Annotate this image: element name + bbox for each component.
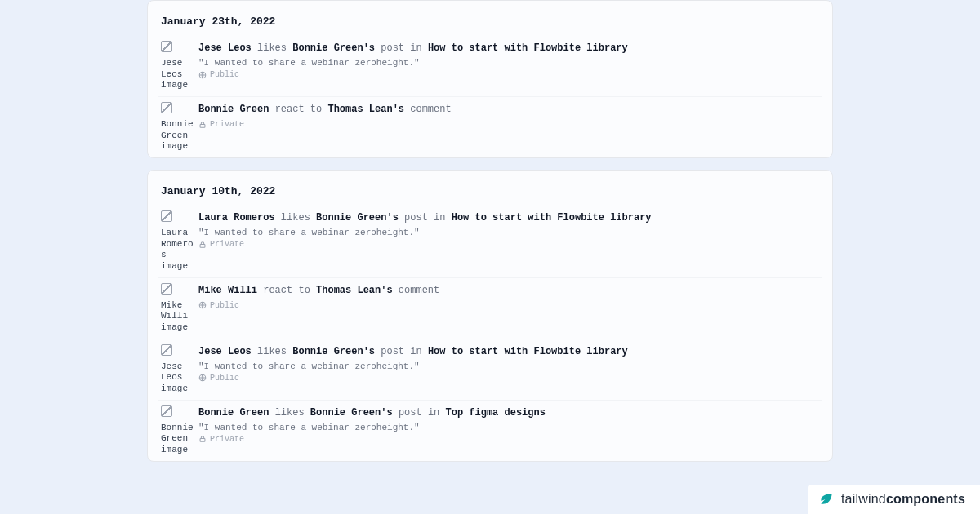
visibility-label: Public bbox=[210, 374, 239, 383]
actor-name[interactable]: Jese Leos bbox=[198, 346, 252, 357]
actor-name[interactable]: Bonnie Green bbox=[198, 407, 269, 419]
avatar-alt-text: Bonnie Green image bbox=[161, 423, 194, 456]
visibility-badge: Public bbox=[198, 70, 239, 79]
broken-image-icon bbox=[161, 405, 172, 417]
activity-group: January 23th, 2022Jese Leos imageJese Le… bbox=[147, 0, 833, 158]
avatar-alt-text: Laura Romeros image bbox=[161, 228, 194, 273]
target-type: comment bbox=[410, 104, 451, 115]
verb-text: likes bbox=[275, 407, 305, 419]
target-owner[interactable]: Thomas Lean's bbox=[316, 285, 393, 296]
avatar[interactable]: Bonnie Green image bbox=[161, 102, 194, 153]
actor-name[interactable]: Bonnie Green bbox=[198, 104, 269, 115]
verb-text: likes bbox=[257, 346, 287, 357]
activity-item[interactable]: Jese Leos imageJese Leos likes Bonnie Gr… bbox=[158, 36, 822, 96]
visibility-badge: Private bbox=[198, 435, 244, 444]
avatar[interactable]: Jese Leos image bbox=[161, 344, 194, 395]
verb-text: react to bbox=[263, 285, 310, 296]
avatar[interactable]: Mike Willi image bbox=[161, 283, 194, 334]
avatar-alt-text: Jese Leos image bbox=[161, 361, 194, 395]
target-type: post in bbox=[381, 42, 421, 54]
activity-item[interactable]: Bonnie Green imageBonnie Green likes Bon… bbox=[158, 400, 822, 461]
target-type: post in bbox=[399, 407, 439, 419]
broken-image-icon bbox=[161, 283, 172, 295]
visibility-label: Private bbox=[210, 240, 244, 249]
quote-text: "I wanted to share a webinar zeroheight.… bbox=[198, 423, 819, 432]
activity-item[interactable]: Jese Leos imageJese Leos likes Bonnie Gr… bbox=[158, 339, 822, 400]
activity-line: Bonnie Green react to Thomas Lean's comm… bbox=[198, 102, 819, 117]
activity-body: Laura Romeros likes Bonnie Green's post … bbox=[194, 210, 819, 252]
lock-icon bbox=[198, 241, 207, 249]
verb-text: react to bbox=[275, 104, 323, 115]
activity-body: Mike Willi react to Thomas Lean's commen… bbox=[194, 283, 819, 313]
activity-group: January 10th, 2022Laura Romeros imageLau… bbox=[147, 170, 833, 462]
target-title[interactable]: How to start with Flowbite library bbox=[452, 212, 652, 224]
target-type: post in bbox=[381, 346, 421, 357]
quote-text: "I wanted to share a webinar zeroheight.… bbox=[198, 228, 819, 237]
activity-line: Mike Willi react to Thomas Lean's commen… bbox=[198, 283, 819, 299]
group-date: January 10th, 2022 bbox=[158, 180, 822, 206]
visibility-badge: Public bbox=[198, 374, 239, 383]
target-owner[interactable]: Bonnie Green's bbox=[316, 212, 399, 224]
svg-rect-2 bbox=[200, 244, 205, 247]
visibility-label: Private bbox=[210, 120, 244, 129]
activity-item[interactable]: Mike Willi imageMike Willi react to Thom… bbox=[158, 277, 822, 339]
svg-rect-5 bbox=[200, 439, 205, 442]
activity-line: Jese Leos likes Bonnie Green's post in H… bbox=[198, 41, 819, 56]
activity-line: Jese Leos likes Bonnie Green's post in H… bbox=[198, 344, 819, 360]
actor-name[interactable]: Laura Romeros bbox=[198, 212, 275, 224]
activity-item[interactable]: Laura Romeros imageLaura Romeros likes B… bbox=[158, 206, 822, 277]
globe-icon bbox=[198, 301, 207, 309]
verb-text: likes bbox=[257, 42, 287, 54]
target-owner[interactable]: Bonnie Green's bbox=[310, 407, 393, 419]
activity-item[interactable]: Bonnie Green imageBonnie Green react to … bbox=[158, 96, 822, 157]
brand-text: tailwindcomponents bbox=[841, 492, 965, 507]
avatar-alt-text: Bonnie Green image bbox=[161, 119, 194, 153]
visibility-label: Public bbox=[210, 301, 239, 310]
activity-body: Jese Leos likes Bonnie Green's post in H… bbox=[194, 344, 819, 386]
visibility-badge: Private bbox=[198, 120, 244, 129]
avatar-alt-text: Mike Willi image bbox=[161, 300, 194, 334]
target-owner[interactable]: Bonnie Green's bbox=[292, 42, 375, 54]
target-type: post in bbox=[404, 212, 445, 224]
svg-rect-1 bbox=[200, 124, 205, 127]
activity-body: Bonnie Green likes Bonnie Green's post i… bbox=[194, 405, 819, 447]
avatar[interactable]: Jese Leos image bbox=[161, 41, 194, 91]
activity-line: Laura Romeros likes Bonnie Green's post … bbox=[198, 210, 819, 226]
visibility-label: Public bbox=[210, 70, 239, 79]
actor-name[interactable]: Jese Leos bbox=[198, 42, 252, 54]
target-title[interactable]: Top figma designs bbox=[446, 407, 546, 419]
broken-image-icon bbox=[161, 344, 172, 356]
visibility-badge: Public bbox=[198, 301, 239, 310]
broken-image-icon bbox=[161, 210, 172, 222]
brand-badge[interactable]: tailwindcomponents bbox=[808, 485, 980, 514]
activity-line: Bonnie Green likes Bonnie Green's post i… bbox=[198, 405, 819, 421]
activity-body: Jese Leos likes Bonnie Green's post in H… bbox=[194, 41, 819, 82]
verb-text: likes bbox=[281, 212, 310, 224]
target-owner[interactable]: Bonnie Green's bbox=[292, 346, 375, 357]
lock-icon bbox=[198, 435, 207, 443]
lock-icon bbox=[198, 121, 207, 129]
target-title[interactable]: How to start with Flowbite library bbox=[428, 346, 628, 357]
actor-name[interactable]: Mike Willi bbox=[198, 285, 257, 296]
quote-text: "I wanted to share a webinar zeroheight.… bbox=[198, 361, 819, 371]
visibility-badge: Private bbox=[198, 240, 244, 249]
target-type: comment bbox=[399, 285, 439, 296]
broken-image-icon bbox=[161, 41, 172, 52]
group-date: January 23th, 2022 bbox=[158, 11, 822, 36]
broken-image-icon bbox=[161, 102, 172, 113]
avatar-alt-text: Jese Leos image bbox=[161, 58, 194, 91]
activity-body: Bonnie Green react to Thomas Lean's comm… bbox=[194, 102, 819, 132]
target-title[interactable]: How to start with Flowbite library bbox=[428, 42, 628, 54]
globe-icon bbox=[198, 71, 207, 79]
avatar[interactable]: Laura Romeros image bbox=[161, 210, 194, 273]
target-owner[interactable]: Thomas Lean's bbox=[327, 104, 404, 115]
visibility-label: Private bbox=[210, 435, 244, 444]
globe-icon bbox=[198, 374, 207, 382]
leaf-icon bbox=[818, 491, 835, 507]
avatar[interactable]: Bonnie Green image bbox=[161, 405, 194, 456]
quote-text: "I wanted to share a webinar zeroheight.… bbox=[198, 58, 819, 68]
